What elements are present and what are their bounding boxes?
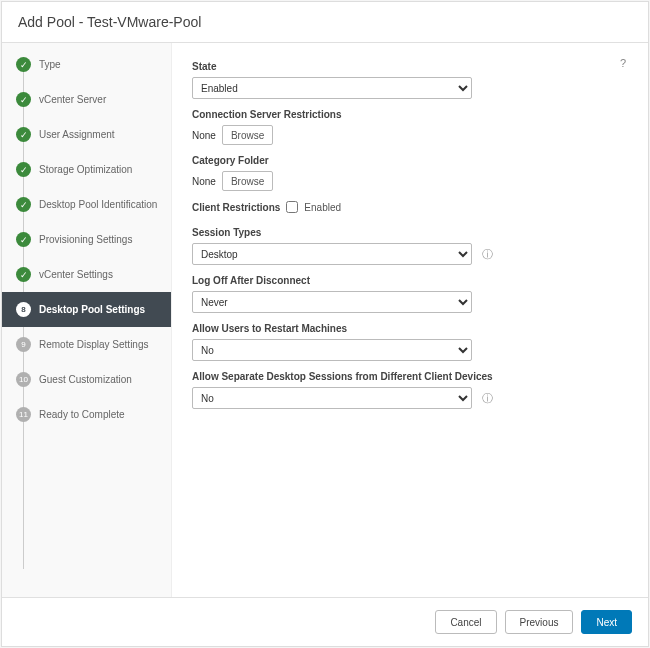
help-icon[interactable]: ? — [620, 57, 634, 71]
step-ready-to-complete[interactable]: 11 Ready to Complete — [2, 397, 171, 432]
step-number-icon: 11 — [16, 407, 31, 422]
step-vcenter-server[interactable]: ✓ vCenter Server — [2, 82, 171, 117]
wizard-nav: ✓ Type ✓ vCenter Server ✓ User Assignmen… — [2, 43, 172, 597]
csr-label: Connection Server Restrictions — [192, 109, 624, 120]
check-icon: ✓ — [16, 127, 31, 142]
step-desktop-pool-identification[interactable]: ✓ Desktop Pool Identification — [2, 187, 171, 222]
modal-content: ✓ Type ✓ vCenter Server ✓ User Assignmen… — [2, 43, 648, 597]
info-icon[interactable]: ⓘ — [482, 247, 493, 262]
check-icon: ✓ — [16, 232, 31, 247]
step-vcenter-settings[interactable]: ✓ vCenter Settings — [2, 257, 171, 292]
state-label: State — [192, 61, 624, 72]
check-icon: ✓ — [16, 162, 31, 177]
logoff-label: Log Off After Disconnect — [192, 275, 624, 286]
client-restrictions-enabled-label: Enabled — [304, 202, 341, 213]
check-icon: ✓ — [16, 197, 31, 212]
check-icon: ✓ — [16, 57, 31, 72]
field-allow-separate-sessions: Allow Separate Desktop Sessions from Dif… — [192, 371, 624, 409]
step-remote-display-settings[interactable]: 9 Remote Display Settings — [2, 327, 171, 362]
add-pool-modal: Add Pool - Test-VMware-Pool ✓ Type ✓ vCe… — [1, 1, 649, 647]
page-title: Add Pool - Test-VMware-Pool — [18, 14, 201, 30]
field-category-folder: Category Folder None Browse — [192, 155, 624, 191]
modal-footer: Cancel Previous Next — [2, 597, 648, 646]
step-label: Provisioning Settings — [39, 234, 132, 245]
step-label: Ready to Complete — [39, 409, 125, 420]
step-label: Guest Customization — [39, 374, 132, 385]
step-desktop-pool-settings[interactable]: 8 Desktop Pool Settings — [2, 292, 171, 327]
step-label: Type — [39, 59, 61, 70]
csr-value: None — [192, 130, 216, 141]
field-session-types: Session Types Desktop ⓘ — [192, 227, 624, 265]
category-folder-label: Category Folder — [192, 155, 624, 166]
allow-separate-select[interactable]: No — [192, 387, 472, 409]
step-type[interactable]: ✓ Type — [2, 47, 171, 82]
csr-browse-button[interactable]: Browse — [222, 125, 273, 145]
cancel-button[interactable]: Cancel — [435, 610, 496, 634]
state-select[interactable]: Enabled — [192, 77, 472, 99]
step-label: Desktop Pool Settings — [39, 304, 145, 315]
step-label: User Assignment — [39, 129, 115, 140]
allow-restart-label: Allow Users to Restart Machines — [192, 323, 624, 334]
field-client-restrictions: Client Restrictions Enabled — [192, 201, 624, 213]
info-icon[interactable]: ⓘ — [482, 391, 493, 406]
step-number-icon: 8 — [16, 302, 31, 317]
next-button[interactable]: Next — [581, 610, 632, 634]
allow-restart-select[interactable]: No — [192, 339, 472, 361]
check-icon: ✓ — [16, 92, 31, 107]
allow-separate-label: Allow Separate Desktop Sessions from Dif… — [192, 371, 624, 382]
check-icon: ✓ — [16, 267, 31, 282]
previous-button[interactable]: Previous — [505, 610, 574, 634]
step-label: Desktop Pool Identification — [39, 199, 157, 210]
field-allow-restart: Allow Users to Restart Machines No — [192, 323, 624, 361]
step-storage-optimization[interactable]: ✓ Storage Optimization — [2, 152, 171, 187]
field-logoff-after-disconnect: Log Off After Disconnect Never — [192, 275, 624, 313]
step-label: Storage Optimization — [39, 164, 132, 175]
session-types-label: Session Types — [192, 227, 624, 238]
client-restrictions-checkbox[interactable] — [286, 201, 298, 213]
step-label: Remote Display Settings — [39, 339, 149, 350]
step-provisioning-settings[interactable]: ✓ Provisioning Settings — [2, 222, 171, 257]
modal-header: Add Pool - Test-VMware-Pool — [2, 2, 648, 43]
step-label: vCenter Settings — [39, 269, 113, 280]
step-number-icon: 10 — [16, 372, 31, 387]
session-types-select[interactable]: Desktop — [192, 243, 472, 265]
step-user-assignment[interactable]: ✓ User Assignment — [2, 117, 171, 152]
category-folder-value: None — [192, 176, 216, 187]
client-restrictions-label: Client Restrictions — [192, 202, 280, 213]
form-panel: ? State Enabled Connection Server Restri… — [172, 43, 648, 597]
category-browse-button[interactable]: Browse — [222, 171, 273, 191]
step-number-icon: 9 — [16, 337, 31, 352]
step-label: vCenter Server — [39, 94, 106, 105]
step-guest-customization[interactable]: 10 Guest Customization — [2, 362, 171, 397]
field-connection-server-restrictions: Connection Server Restrictions None Brow… — [192, 109, 624, 145]
logoff-select[interactable]: Never — [192, 291, 472, 313]
field-state: State Enabled — [192, 61, 624, 99]
